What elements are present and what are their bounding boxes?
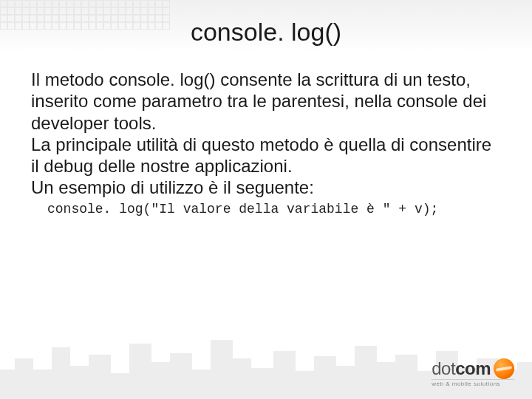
logo-orb-icon — [494, 358, 514, 379]
slide-title: console. log() — [0, 0, 532, 47]
brand-logo: dotcom web & mobile solutions — [432, 358, 514, 387]
code-sample: console. log("Il valore della variabile … — [31, 199, 501, 218]
logo-tagline: web & mobile solutions — [432, 379, 514, 387]
paragraph-1: Il metodo console. log() consente la scr… — [31, 69, 501, 134]
paragraph-2: La principale utilità di questo metodo è… — [31, 134, 501, 177]
logo-text: dotcom — [432, 358, 491, 379]
slide-body: Il metodo console. log() consente la scr… — [0, 47, 532, 218]
paragraph-3: Un esempio di utilizzo è il seguente: — [31, 177, 501, 198]
